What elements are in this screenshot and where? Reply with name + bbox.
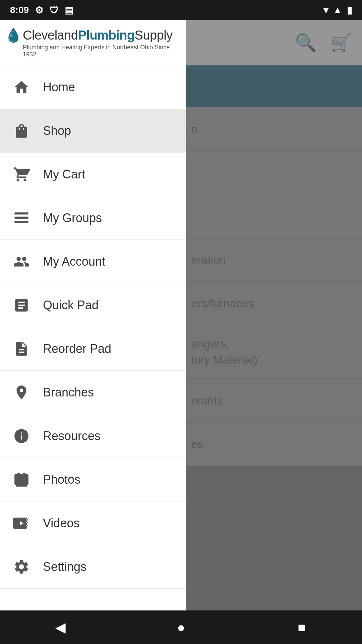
sidebar-item-label-shop: Shop (43, 124, 71, 138)
logo-drop-icon (7, 27, 20, 43)
sidebar-item-videos[interactable]: Videos (0, 501, 186, 545)
logo-tagline: Plumbing and Heating Experts in Northeas… (23, 44, 179, 58)
sidebar-item-label-resources: Resources (43, 429, 101, 443)
status-right: ▾ ▲ ▮ (323, 5, 352, 16)
sim-icon: ▤ (65, 5, 73, 16)
reorderpad-icon (12, 339, 31, 358)
cart-icon (12, 165, 31, 184)
wifi-icon: ▾ (323, 5, 328, 16)
home-icon (12, 78, 31, 97)
svg-point-0 (10, 35, 13, 37)
drawer-header: ClevelandPlumbingSupply Plumbing and Hea… (0, 20, 186, 65)
svg-rect-1 (14, 212, 28, 214)
nav-items-list: Home Shop My Cart My Gr (0, 65, 186, 644)
groups-icon (12, 209, 31, 227)
bottom-nav: ◀ ● ■ (0, 610, 362, 644)
sidebar-item-label-reorderpad: Reorder Pad (43, 342, 111, 356)
sidebar-item-reorderpad[interactable]: Reorder Pad (0, 327, 186, 371)
sidebar-item-quickpad[interactable]: Quick Pad (0, 283, 186, 327)
resources-icon (12, 427, 31, 445)
sidebar-item-label-myaccount: My Account (43, 255, 105, 269)
sidebar-item-shop[interactable]: Shop (0, 109, 186, 153)
status-bar: 8:09 ⚙ 🛡 ▤ ▾ ▲ ▮ (0, 0, 362, 20)
sidebar-item-mycart[interactable]: My Cart (0, 153, 186, 196)
nav-drawer: ClevelandPlumbingSupply Plumbing and Hea… (0, 20, 186, 644)
home-circle-icon: ● (177, 620, 185, 635)
account-icon (12, 252, 31, 271)
sidebar-item-settings[interactable]: Settings (0, 545, 186, 589)
svg-rect-2 (14, 216, 28, 218)
back-button[interactable]: ◀ (47, 614, 74, 641)
back-icon: ◀ (55, 620, 66, 635)
sidebar-item-branches[interactable]: Branches (0, 371, 186, 414)
sidebar-item-label-mygroups: My Groups (43, 211, 102, 225)
shop-icon (12, 121, 31, 140)
settings-nav-icon (12, 557, 31, 576)
sidebar-item-myaccount[interactable]: My Account (0, 240, 186, 283)
battery-icon: ▮ (347, 5, 352, 16)
branches-icon (12, 383, 31, 402)
sidebar-item-photos[interactable]: Photos (0, 458, 186, 501)
videos-icon (12, 514, 31, 533)
sidebar-item-label-home: Home (43, 80, 75, 94)
svg-rect-3 (14, 221, 28, 223)
sidebar-item-label-photos: Photos (43, 473, 80, 487)
sidebar-item-home[interactable]: Home (0, 65, 186, 109)
settings-icon: ⚙ (35, 5, 43, 16)
sidebar-item-label-settings: Settings (43, 560, 86, 574)
drawer-overlay[interactable] (186, 20, 362, 644)
sidebar-item-mygroups[interactable]: My Groups (0, 196, 186, 240)
recent-square-icon: ■ (298, 620, 306, 635)
signal-icon: ▲ (333, 5, 342, 15)
logo-container: ClevelandPlumbingSupply Plumbing and Hea… (7, 27, 179, 58)
time-display: 8:09 (10, 5, 29, 15)
shield-icon: 🛡 (49, 5, 59, 16)
recent-button[interactable]: ■ (288, 614, 315, 641)
home-button[interactable]: ● (168, 614, 194, 641)
sidebar-item-label-videos: Videos (43, 516, 79, 530)
logo-text: ClevelandPlumbingSupply (23, 28, 173, 43)
photos-icon (12, 470, 31, 489)
sidebar-item-label-quickpad: Quick Pad (43, 298, 99, 312)
sidebar-item-label-mycart: My Cart (43, 167, 85, 181)
sidebar-item-label-branches: Branches (43, 385, 94, 399)
quickpad-icon (12, 296, 31, 315)
status-left: 8:09 ⚙ 🛡 ▤ (10, 5, 73, 16)
sidebar-item-resources[interactable]: Resources (0, 414, 186, 458)
